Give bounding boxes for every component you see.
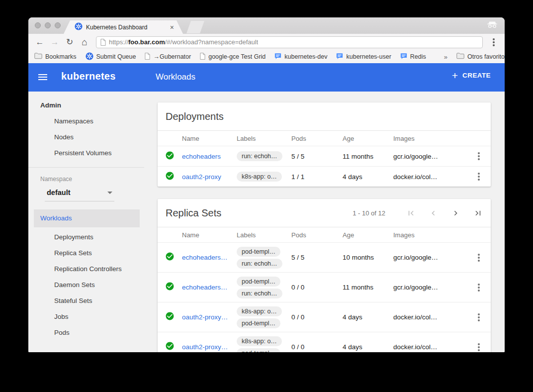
- labels-cell: pod-templ…run: echoh…: [237, 247, 291, 269]
- page-icon: [145, 53, 150, 61]
- resource-link[interactable]: echoheaders…: [182, 254, 232, 261]
- status-ok-icon: [165, 171, 175, 183]
- sidebar-item-persistent-volumes[interactable]: Persistent Volumes: [28, 145, 144, 161]
- last-page-button[interactable]: [473, 208, 483, 218]
- replicasets-table-header: Name Labels Pods Age Images: [158, 227, 491, 242]
- resource-link[interactable]: echoheaders: [182, 153, 232, 160]
- status-cell: [158, 151, 182, 162]
- url-text: https://foo.bar.com/#/workload?namespace…: [109, 38, 258, 46]
- row-actions-button[interactable]: [467, 176, 491, 178]
- close-window-button[interactable]: [35, 22, 41, 28]
- next-page-button[interactable]: [451, 208, 460, 218]
- row-actions-button[interactable]: [467, 287, 491, 289]
- sidebar-item-workloads[interactable]: Workloads: [34, 209, 140, 227]
- resource-link[interactable]: oauth2-proxy…: [182, 343, 232, 351]
- chat-icon: [400, 53, 407, 61]
- status-ok-icon: [165, 341, 175, 352]
- main-content: Deployments Name Labels Pods Age Images …: [144, 92, 505, 352]
- tab-close-icon[interactable]: ×: [170, 23, 174, 31]
- create-button[interactable]: + CREATE: [452, 70, 491, 81]
- status-cell: [158, 171, 182, 183]
- browser-menu-button[interactable]: [488, 36, 500, 48]
- namespace-select[interactable]: default: [45, 189, 114, 201]
- label-chip: run: echoh…: [237, 259, 282, 269]
- page-icon: [200, 53, 205, 61]
- hamburger-menu-icon[interactable]: [38, 77, 47, 78]
- traffic-lights: [35, 22, 61, 28]
- back-button[interactable]: ←: [33, 38, 46, 46]
- previous-page-button[interactable]: [429, 208, 438, 218]
- sidebar-item-pods[interactable]: Pods: [28, 325, 144, 341]
- page-security-icon: [100, 39, 106, 46]
- col-labels: Labels: [237, 135, 291, 142]
- forward-button[interactable]: →: [48, 38, 61, 46]
- bookmark-label: google-gce Test Grid: [208, 53, 266, 60]
- table-row: echoheaders…pod-templ…run: echoh…0 / 011…: [158, 272, 491, 302]
- bookmark-kubernetes-dev[interactable]: kubernetes-dev: [274, 53, 327, 61]
- pagination: 1 - 10 of 12: [353, 208, 483, 218]
- col-age: Age: [343, 231, 393, 239]
- age-cell: 10 months: [343, 254, 393, 261]
- bookmarks-bar: BookmarksSubmit Queue→Gubernatorgoogle-g…: [28, 50, 505, 63]
- home-button[interactable]: ⌂: [78, 37, 91, 47]
- address-bar[interactable]: https://foo.bar.com/#/workload?namespace…: [96, 36, 483, 48]
- row-actions-button[interactable]: [467, 257, 491, 259]
- namespace-value: default: [47, 189, 71, 196]
- sidebar-item-daemon-sets[interactable]: Daemon Sets: [28, 277, 144, 293]
- label-chip: run: echoh…: [237, 289, 282, 298]
- bookmarks-overflow-chevron[interactable]: »: [444, 53, 447, 61]
- bookmark-kubernetes-user[interactable]: kubernetes-user: [336, 53, 391, 61]
- sidebar-item-replica-sets[interactable]: Replica Sets: [28, 245, 144, 261]
- col-labels: Labels: [237, 231, 291, 239]
- chat-icon: [274, 53, 281, 61]
- pods-cell: 1 / 1: [291, 173, 343, 181]
- table-row: oauth2-proxyk8s-app: o…1 / 14 daysdocker…: [158, 166, 491, 187]
- resource-link[interactable]: echoheaders…: [182, 284, 232, 291]
- col-name: Name: [182, 135, 237, 142]
- bookmark-bookmarks[interactable]: Bookmarks: [34, 53, 77, 61]
- kebab-menu-icon: [478, 346, 480, 348]
- label-chip: pod-templ…: [237, 277, 280, 287]
- pods-cell: 0 / 0: [291, 313, 343, 321]
- sidebar-item-namespaces[interactable]: Namespaces: [28, 113, 144, 129]
- zoom-window-button[interactable]: [55, 22, 61, 28]
- status-cell: [158, 311, 182, 323]
- label-chip: pod-templ…: [237, 247, 280, 257]
- folder-icon: [456, 53, 464, 61]
- replicasets-card: Replica Sets 1 - 10 of 12 Name Labels Po…: [158, 199, 491, 352]
- sidebar-item-admin[interactable]: Admin: [28, 98, 144, 113]
- sidebar-item-deployments[interactable]: Deployments: [28, 229, 144, 245]
- labels-cell: pod-templ…run: echoh…: [237, 277, 291, 298]
- reload-button[interactable]: ↻: [63, 38, 76, 46]
- sidebar-item-jobs[interactable]: Jobs: [28, 309, 144, 325]
- resource-link[interactable]: oauth2-proxy…: [182, 313, 232, 321]
- images-cell: docker.io/col…: [393, 343, 467, 351]
- minimize-window-button[interactable]: [45, 22, 51, 28]
- bookmark-redis[interactable]: Redis: [400, 53, 426, 61]
- row-actions-button[interactable]: [467, 346, 491, 348]
- sidebar-item-stateful-sets[interactable]: Stateful Sets: [28, 293, 144, 309]
- sidebar-item-nodes[interactable]: Nodes: [28, 129, 144, 145]
- other-bookmarks-folder[interactable]: Otros favoritos: [456, 53, 505, 61]
- label-chip: k8s-app: o…: [237, 336, 282, 346]
- images-cell: gcr.io/google…: [393, 284, 467, 291]
- row-actions-button[interactable]: [467, 316, 491, 318]
- bookmark-gubernator[interactable]: →Gubernator: [145, 53, 191, 61]
- row-actions-button[interactable]: [467, 155, 491, 157]
- label-chip: k8s-app: o…: [237, 306, 282, 316]
- status-ok-icon: [165, 311, 175, 323]
- incognito-icon: [487, 21, 498, 30]
- first-page-button[interactable]: [406, 208, 416, 218]
- new-tab-button[interactable]: [186, 21, 204, 33]
- sidebar-item-replication-controllers[interactable]: Replication Controllers: [28, 261, 144, 277]
- resource-link[interactable]: oauth2-proxy: [182, 173, 232, 181]
- table-row: echoheaders…pod-templ…run: echoh…5 / 510…: [158, 242, 491, 272]
- bookmark-submit-queue[interactable]: Submit Queue: [86, 52, 136, 62]
- sidebar: Admin NamespacesNodesPersistent Volumes …: [28, 92, 144, 352]
- label-chip: run: echoh…: [237, 151, 282, 161]
- table-row: oauth2-proxy…k8s-app: o…pod-templ…0 / 04…: [158, 302, 491, 332]
- age-cell: 4 days: [343, 313, 393, 321]
- bookmark-google-gce-test-grid[interactable]: google-gce Test Grid: [200, 53, 266, 61]
- pods-cell: 5 / 5: [291, 254, 343, 261]
- browser-tab[interactable]: Kubernetes Dashboard ×: [64, 20, 183, 34]
